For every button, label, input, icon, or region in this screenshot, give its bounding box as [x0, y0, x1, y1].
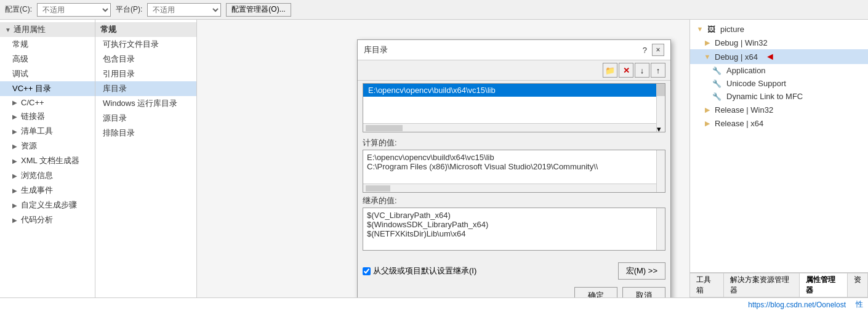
prop-cpp[interactable]: ▶ C/C++: [0, 96, 95, 109]
prop-xml-doc[interactable]: ▶ XML 文档生成器: [0, 153, 95, 168]
computed-scrollbar-v[interactable]: [656, 150, 665, 192]
tab-toolbox[interactable]: 工具箱: [689, 273, 723, 297]
platform-select[interactable]: 不适用: [147, 3, 221, 17]
sol-release-x64[interactable]: ▶ Release | x64: [690, 116, 868, 130]
release-win32-folder-icon: ▶: [702, 105, 712, 115]
config-select[interactable]: 不适用: [37, 3, 111, 17]
mid-executable-dir-label: 可执行文件目录: [103, 39, 159, 49]
linker-arrow: ▶: [12, 113, 18, 120]
prop-xml-doc-label: XML 文档生成器: [21, 155, 79, 166]
status-url[interactable]: https://blog.csdn.net/Oonelost: [748, 301, 846, 309]
inherited-line-2: $(NETFXKitsDir)Lib\um\x64: [367, 229, 661, 238]
application-wrench-icon: 🔧: [712, 67, 721, 75]
dialog-list-item-0[interactable]: E:\opencv\opencv\build\x64\vc15\lib: [363, 84, 665, 97]
computed-scrollbar-h[interactable]: [363, 184, 656, 192]
mid-exclude-dir[interactable]: 排除目录: [95, 126, 196, 140]
sol-dynamic-link-mfc[interactable]: 🔧 Dynamic Link to MFC: [690, 90, 868, 103]
browse-info-arrow: ▶: [12, 172, 18, 179]
manifest-arrow: ▶: [12, 128, 18, 135]
cancel-button[interactable]: 取消: [622, 287, 665, 297]
inherited-scrollbar-v[interactable]: [656, 208, 665, 250]
prop-custom-build[interactable]: ▶ 自定义生成步骤: [0, 198, 95, 212]
dialog-inherited-area: $(VC_LibraryPath_x64) $(WindowsSDK_Libra…: [363, 208, 665, 251]
unicode-wrench-icon: 🔧: [712, 79, 721, 88]
sol-application[interactable]: 🔧 Application: [690, 64, 868, 77]
sol-unicode-support[interactable]: 🔧 Unicode Support: [690, 77, 868, 90]
prop-code-analysis-label: 代码分析: [21, 214, 53, 225]
dialog-move-up-btn[interactable]: ↑: [651, 63, 665, 78]
dialog-delete-btn[interactable]: ✕: [619, 63, 633, 78]
prop-general[interactable]: 常规: [0, 37, 95, 52]
mid-include-dir[interactable]: 包含目录: [95, 52, 196, 67]
sol-root[interactable]: ▼ 🖼 picture: [690, 22, 868, 36]
custom-build-arrow: ▶: [12, 202, 18, 209]
computed-line-0: E:\opencv\opencv\build\x64\vc15\lib: [367, 153, 661, 162]
macro-button[interactable]: 宏(M) >>: [618, 262, 665, 280]
dialog-list-scrollbar-v[interactable]: ▾: [656, 84, 665, 132]
prop-manifest[interactable]: ▶ 清单工具: [0, 124, 95, 139]
general-properties-label: 通用属性: [14, 24, 46, 35]
prop-debug[interactable]: 调试: [0, 67, 95, 81]
cpp-arrow: ▶: [12, 99, 18, 106]
mid-source-dir[interactable]: 源目录: [95, 111, 196, 126]
resources-arrow: ▶: [12, 143, 18, 150]
ok-button[interactable]: 确定: [574, 287, 617, 297]
tab-solution-explorer-label: 解决方案资源管理器: [730, 275, 789, 294]
prop-linker[interactable]: ▶ 链接器: [0, 109, 95, 124]
dialog-list-scrollbar-down[interactable]: ▾: [657, 124, 665, 132]
sol-release-win32-label: Release | Win32: [715, 105, 773, 115]
root-pic-icon: 🖼: [707, 25, 715, 34]
sol-debug-x64-label: Debug | x64: [715, 52, 758, 62]
status-tabs: 工具箱 解决方案资源管理器 属性管理器 资: [689, 273, 868, 297]
config-manager-button[interactable]: 配置管理器(O)...: [226, 3, 291, 17]
sol-debug-x64[interactable]: ▼ Debug | x64 ◄: [690, 49, 868, 64]
prop-advanced[interactable]: 高级: [0, 52, 95, 67]
dialog-question-mark[interactable]: ?: [643, 46, 647, 55]
prop-resources[interactable]: ▶ 资源: [0, 139, 95, 153]
sol-dynamic-link-mfc-label: Dynamic Link to MFC: [726, 92, 803, 101]
general-properties-header: ▼ 通用属性: [0, 22, 95, 37]
dialog-close-button[interactable]: ×: [652, 44, 664, 56]
prop-vc-directories[interactable]: VC++ 目录: [0, 81, 95, 96]
inherit-checkbox-label: 从父级或项目默认设置继承(I): [373, 265, 476, 277]
tab-property-manager[interactable]: 属性管理器: [799, 273, 847, 297]
mid-source-dir-label: 源目录: [103, 113, 127, 123]
tab-property-manager-label: 属性管理器: [806, 275, 835, 294]
prop-cpp-label: C/C++: [21, 98, 44, 107]
mid-ref-dir[interactable]: 引用目录: [95, 67, 196, 81]
mid-lib-dir[interactable]: 库目录: [95, 81, 196, 96]
root-folder-icon: ▼: [695, 24, 705, 34]
sol-application-label: Application: [726, 66, 766, 75]
release-x64-folder-icon: ▶: [702, 118, 712, 128]
prop-browse-info[interactable]: ▶ 浏览信息: [0, 168, 95, 183]
mid-windows-lib-dir-label: Windows 运行库目录: [103, 99, 177, 108]
dialog-move-down-btn[interactable]: ↓: [635, 63, 649, 78]
mid-executable-dir[interactable]: 可执行文件目录: [95, 37, 196, 52]
inherit-checkbox[interactable]: [363, 267, 371, 275]
middle-panel-items: 常规 可执行文件目录 包含目录 引用目录 库目录 Windows 运行库目录 源…: [95, 20, 197, 297]
tab-solution-explorer[interactable]: 解决方案资源管理器: [723, 273, 799, 297]
mid-exclude-dir-label: 排除目录: [103, 128, 135, 137]
code-analysis-arrow: ▶: [12, 217, 18, 224]
mid-lib-dir-label: 库目录: [103, 84, 127, 93]
status-property-label: 性: [856, 299, 863, 310]
dialog-folder-btn[interactable]: 📁: [603, 63, 617, 78]
sol-release-win32[interactable]: ▶ Release | Win32: [690, 103, 868, 116]
sol-unicode-support-label: Unicode Support: [726, 79, 786, 88]
build-events-arrow: ▶: [12, 187, 18, 194]
tab-extra[interactable]: 资: [847, 273, 868, 297]
prop-build-events[interactable]: ▶ 生成事件: [0, 183, 95, 198]
status-bar: https://blog.csdn.net/Oonelost 性: [0, 297, 868, 311]
mid-windows-lib-dir[interactable]: Windows 运行库目录: [95, 96, 196, 111]
computed-line-1: C:\Program Files (x86)\Microsoft Visual …: [367, 162, 661, 171]
dialog-title: 库目录: [364, 44, 388, 55]
tab-toolbox-label: 工具箱: [696, 275, 711, 294]
mid-include-dir-label: 包含目录: [103, 54, 135, 63]
dialog-list-scrollbar-h[interactable]: [363, 123, 656, 132]
mid-section-label: 常规: [100, 25, 116, 34]
dialog-computed-area: E:\opencv\opencv\build\x64\vc15\lib C:\P…: [363, 150, 665, 193]
prop-linker-label: 链接器: [21, 111, 45, 122]
debug-win32-folder-icon: ▶: [702, 38, 712, 47]
prop-code-analysis[interactable]: ▶ 代码分析: [0, 212, 95, 227]
sol-debug-win32[interactable]: ▶ Debug | Win32: [690, 36, 868, 49]
